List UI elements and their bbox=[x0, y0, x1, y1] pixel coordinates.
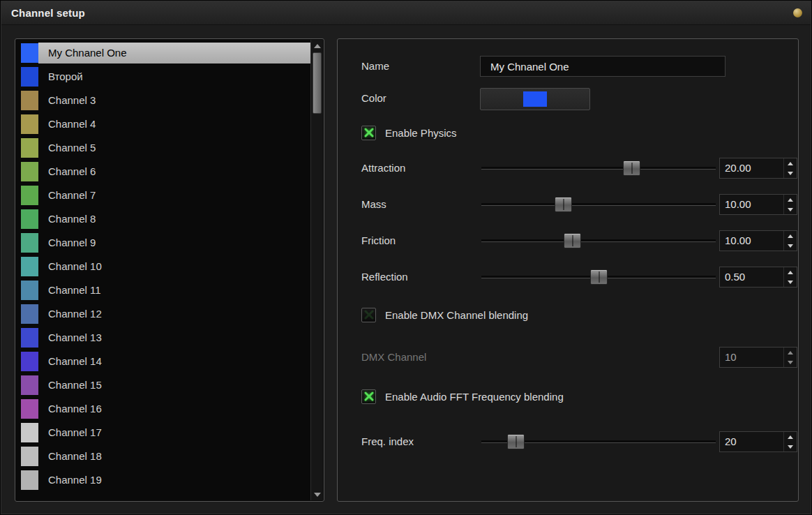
slider-row: Freq. index 20 bbox=[338, 431, 798, 452]
physics-checkbox[interactable] bbox=[361, 126, 376, 140]
triangle-up-icon bbox=[788, 435, 793, 439]
channel-list-item[interactable]: Второй bbox=[16, 65, 310, 89]
triangle-up-icon bbox=[788, 234, 793, 238]
slider-row: Friction 10.00 bbox=[338, 230, 798, 251]
slider-spinner bbox=[783, 231, 797, 251]
channel-list-item[interactable]: Channel 14 bbox=[16, 350, 310, 373]
channel-label: Channel 16 bbox=[38, 398, 310, 419]
channel-color-swatch bbox=[21, 114, 38, 134]
triangle-down-icon bbox=[788, 281, 793, 284]
channel-label: Channel 18 bbox=[38, 446, 310, 467]
slider-thumb[interactable] bbox=[623, 161, 640, 176]
spinner-up-button[interactable] bbox=[784, 267, 797, 277]
channel-list-item[interactable]: Channel 7 bbox=[16, 184, 310, 207]
channel-list-item[interactable]: Channel 8 bbox=[16, 207, 310, 231]
spinner-down-button[interactable] bbox=[784, 204, 797, 214]
channel-color-swatch bbox=[21, 375, 38, 395]
channel-list-item[interactable]: Channel 13 bbox=[16, 326, 310, 350]
name-row: Name bbox=[338, 56, 798, 77]
channel-list-item[interactable]: Channel 19 bbox=[16, 468, 310, 492]
channel-list-scrollbar[interactable] bbox=[310, 40, 323, 500]
slider-value: 0.50 bbox=[720, 267, 783, 287]
channel-color-swatch bbox=[21, 209, 38, 229]
channel-setup-window: Channel setup My Chnanel One Второй Chan… bbox=[0, 0, 812, 515]
channel-list-item[interactable]: Channel 6 bbox=[16, 160, 310, 184]
spinner-up-button[interactable] bbox=[784, 158, 797, 168]
color-button[interactable] bbox=[480, 88, 590, 110]
spinner-down-button[interactable] bbox=[784, 357, 797, 367]
channel-list-item[interactable]: Channel 10 bbox=[16, 255, 310, 278]
channel-list-item[interactable]: Channel 3 bbox=[16, 89, 310, 112]
triangle-up-icon bbox=[788, 351, 793, 354]
spinner-up-button[interactable] bbox=[784, 432, 797, 442]
channel-label: Channel 9 bbox=[38, 232, 310, 253]
channel-list-item[interactable]: Channel 9 bbox=[16, 231, 310, 255]
channel-list: My Chnanel One Второй Channel 3 Channel … bbox=[16, 41, 310, 500]
channel-form-panel: Name Color Enable Physics bbox=[337, 38, 799, 502]
scroll-down-button[interactable] bbox=[311, 488, 323, 500]
scroll-up-icon bbox=[314, 44, 321, 48]
slider-row: Mass 10.00 bbox=[338, 194, 798, 215]
slider-thumb[interactable] bbox=[564, 233, 581, 248]
channel-color-swatch bbox=[21, 328, 38, 348]
channel-label: Channel 7 bbox=[38, 185, 310, 206]
spinner-down-button[interactable] bbox=[784, 168, 797, 178]
slider-spinner bbox=[783, 158, 797, 178]
channel-list-item[interactable]: My Chnanel One bbox=[16, 41, 310, 65]
spinner-down-button[interactable] bbox=[784, 241, 797, 251]
channel-list-item[interactable]: Channel 5 bbox=[16, 136, 310, 160]
channel-list-item[interactable]: Channel 11 bbox=[16, 278, 310, 302]
spinner-down-button[interactable] bbox=[784, 277, 797, 287]
slider-thumb[interactable] bbox=[555, 197, 572, 212]
triangle-up-icon bbox=[788, 198, 793, 202]
spinner-up-button[interactable] bbox=[784, 231, 797, 241]
slider-value-box: 20.00 bbox=[719, 158, 797, 179]
channel-color-swatch bbox=[21, 43, 38, 63]
spinner-up-button[interactable] bbox=[784, 348, 797, 357]
triangle-up-icon bbox=[788, 271, 793, 274]
channel-color-swatch bbox=[21, 304, 38, 324]
slider-thumb[interactable] bbox=[507, 434, 525, 449]
channel-label: Channel 14 bbox=[38, 351, 310, 372]
scrollbar-thumb[interactable] bbox=[313, 52, 322, 114]
slider-label: Friction bbox=[361, 234, 396, 246]
slider-value: 10.00 bbox=[720, 231, 783, 251]
channel-list-item[interactable]: Channel 17 bbox=[16, 421, 310, 445]
triangle-up-icon bbox=[788, 162, 793, 165]
slider-track[interactable] bbox=[480, 230, 717, 251]
channel-list-item[interactable]: Channel 18 bbox=[16, 445, 310, 468]
channel-label: Channel 19 bbox=[38, 470, 310, 491]
channel-color-swatch bbox=[21, 281, 38, 300]
slider-spinner bbox=[783, 267, 797, 287]
slider-value-box: 10.00 bbox=[719, 194, 797, 215]
slider-track[interactable] bbox=[480, 431, 717, 452]
dmx-channel-row: DMX Channel 10 bbox=[338, 347, 798, 368]
channel-list-item[interactable]: Channel 12 bbox=[16, 302, 310, 326]
slider-value: 20 bbox=[720, 432, 783, 451]
slider-groove bbox=[481, 239, 716, 241]
channel-list-item[interactable]: Channel 16 bbox=[16, 397, 310, 421]
dmx-checkbox[interactable] bbox=[361, 308, 376, 322]
physics-row: Enable Physics bbox=[361, 125, 457, 140]
check-x-icon bbox=[363, 309, 375, 320]
name-input[interactable] bbox=[480, 56, 725, 77]
slider-track[interactable] bbox=[480, 158, 717, 179]
channel-label: My Chnanel One bbox=[38, 43, 310, 64]
triangle-down-icon bbox=[788, 172, 793, 175]
slider-track[interactable] bbox=[480, 194, 717, 215]
slider-groove bbox=[481, 167, 716, 169]
fft-blend-label: Enable Audio FFT Frequency blending bbox=[385, 391, 564, 403]
slider-track[interactable] bbox=[480, 267, 717, 288]
scroll-up-button[interactable] bbox=[311, 40, 323, 52]
spinner-up-button[interactable] bbox=[784, 195, 797, 204]
fft-checkbox[interactable] bbox=[361, 389, 376, 404]
physics-label: Enable Physics bbox=[385, 127, 457, 139]
spinner-down-button[interactable] bbox=[784, 442, 797, 451]
channel-label: Channel 15 bbox=[38, 375, 310, 396]
dmx-channel-value-box: 10 bbox=[719, 347, 797, 368]
dmx-blend-row: Enable DMX Channel blending bbox=[361, 307, 528, 322]
channel-list-item[interactable]: Channel 15 bbox=[16, 373, 310, 397]
slider-thumb[interactable] bbox=[590, 269, 608, 285]
channel-list-item[interactable]: Channel 4 bbox=[16, 112, 310, 136]
slider-label: Mass bbox=[361, 198, 386, 210]
